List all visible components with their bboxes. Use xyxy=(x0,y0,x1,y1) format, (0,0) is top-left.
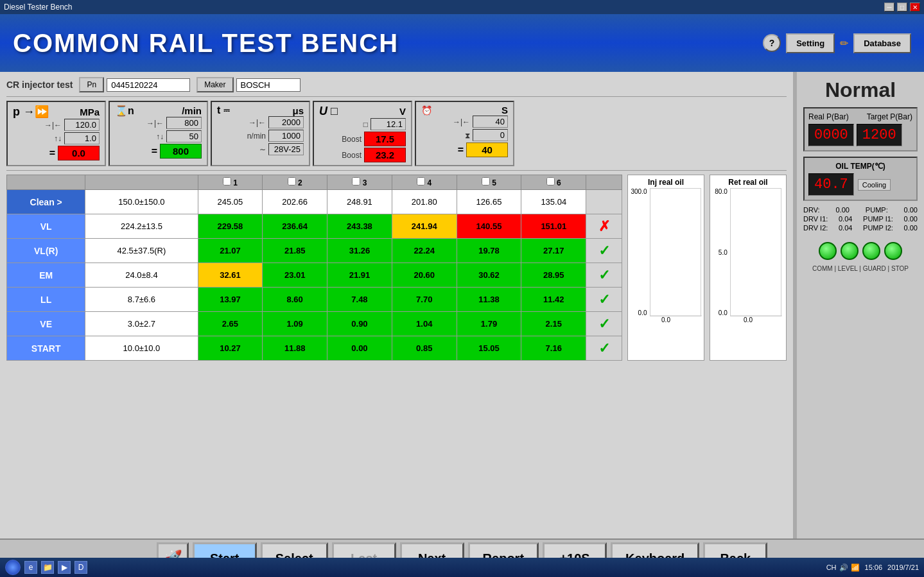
left-panel: CR injector test Pn Maker p →⏩ MPa →| xyxy=(0,72,793,538)
test-table: 1 2 3 4 5 6 Clean >150.0±150.0245.05202.… xyxy=(6,175,622,361)
p-step-val: 1.0 xyxy=(64,132,100,144)
maker-input[interactable] xyxy=(236,78,301,92)
table-row: VE3.0±2.72.651.090.901.041.792.15✓ xyxy=(7,312,622,336)
checkbox-2[interactable] xyxy=(288,177,296,185)
col-5: 5 xyxy=(457,175,521,190)
s-eq-icon: = xyxy=(458,144,464,156)
start-orb[interactable] xyxy=(5,560,21,575)
time-display: 15:06 xyxy=(865,564,883,571)
row-label-4[interactable]: LL xyxy=(7,288,85,312)
ie-icon[interactable]: e xyxy=(24,561,37,574)
drv-val: 0.00 xyxy=(836,206,850,214)
cell-3-2: 21.91 xyxy=(327,263,392,288)
main-area: CR injector test Pn Maker p →⏩ MPa →| xyxy=(0,72,924,538)
title-bar: Diesel Tester Bench ─ □ ✕ xyxy=(0,0,924,14)
check-good-icon: ✓ xyxy=(598,340,610,356)
table-section: 1 2 3 4 5 6 Clean >150.0±150.0245.05202.… xyxy=(6,175,622,361)
p-step-icon: ↑↓ xyxy=(54,134,62,143)
indicators xyxy=(819,242,902,260)
cell-4-1: 8.60 xyxy=(263,288,327,312)
checkbox-5[interactable] xyxy=(482,177,490,185)
u-boost2-icon: Boost xyxy=(342,151,362,160)
check-good-icon: ✓ xyxy=(598,316,610,332)
inj-min-label: 0.0 xyxy=(631,309,647,316)
cell-0-2: 248.91 xyxy=(327,190,392,214)
p-current-val: 0.0 xyxy=(58,146,100,160)
taskbar-left: e 📁 ▶ D xyxy=(5,560,87,575)
checkbox-1[interactable] xyxy=(223,177,231,185)
col-ref xyxy=(85,175,198,190)
pn-button[interactable]: Pn xyxy=(79,77,104,92)
row-label-1[interactable]: VL xyxy=(7,214,85,239)
inj-chart: Inj real oil 300.0 0.0 0.0 xyxy=(627,175,704,361)
s-hourglass-val: 0 xyxy=(473,129,508,141)
taskbar: e 📁 ▶ D CH 🔊 📶 15:06 2019/7/21 xyxy=(0,558,924,577)
right-panel: Normal Real P(Bar) Target P(Bar) 0000 12… xyxy=(796,72,924,538)
u-symbol: U □ xyxy=(319,105,338,118)
maximize-button[interactable]: □ xyxy=(897,3,907,12)
pn-input[interactable] xyxy=(107,78,190,92)
ch-label: CH xyxy=(826,564,837,571)
pump-label: PUMP: xyxy=(866,206,888,214)
check-good-icon: ✓ xyxy=(598,291,610,307)
level-label: LEVEL xyxy=(838,265,858,272)
p-unit: MPa xyxy=(80,107,100,117)
close-button[interactable]: ✕ xyxy=(910,3,920,12)
inj-max-label: 300.0 xyxy=(631,188,647,195)
cell-1-1: 236.64 xyxy=(263,214,327,239)
checkbox-4[interactable] xyxy=(417,177,425,185)
row-label-3[interactable]: EM xyxy=(7,263,85,288)
row-label-6[interactable]: START xyxy=(7,336,85,361)
row-label-5[interactable]: VE xyxy=(7,312,85,336)
cell-5-4: 1.79 xyxy=(457,312,521,336)
t-wave-icon: ∼ xyxy=(259,145,266,154)
p-arrow-val: 120.0 xyxy=(64,119,100,131)
check-bad-icon: ✗ xyxy=(598,218,610,234)
s-metric: ⏰ S →|← 40 ⧗ 0 = 40 xyxy=(415,101,514,166)
minimize-button[interactable]: ─ xyxy=(884,3,894,12)
s-arrow-icon: →|← xyxy=(453,117,470,126)
cell-3-1: 23.01 xyxy=(263,263,327,288)
media-icon[interactable]: ▶ xyxy=(58,561,71,574)
cell-6-3: 0.85 xyxy=(392,336,457,361)
cell-6-1: 11.88 xyxy=(263,336,327,361)
app-name: Diesel Tester Bench xyxy=(4,3,73,12)
status-labels: COMM | LEVEL | GUARD | STOP xyxy=(812,265,909,272)
pump-i2-val: 0.00 xyxy=(904,224,918,232)
help-button[interactable]: ? xyxy=(763,34,781,52)
col-3: 3 xyxy=(327,175,392,190)
cell-5-1: 1.09 xyxy=(263,312,327,336)
app-icon[interactable]: D xyxy=(74,561,87,574)
row-label-2[interactable]: VL(R) xyxy=(7,239,85,263)
checkbox-6[interactable] xyxy=(546,177,555,185)
s-hourglass-icon: ⧗ xyxy=(465,131,470,140)
p-eq-icon: = xyxy=(49,148,55,159)
info-bar: CR injector test Pn Maker xyxy=(6,77,787,97)
cell-0-4: 126.65 xyxy=(457,190,521,214)
maker-field: Maker xyxy=(196,77,300,92)
cell-1-3: 241.94 xyxy=(392,214,457,239)
database-button[interactable]: Database xyxy=(853,33,911,53)
cell-4-3: 7.70 xyxy=(392,288,457,312)
cell-6-2: 0.00 xyxy=(327,336,392,361)
cell-0-3: 201.80 xyxy=(392,190,457,214)
p-arrow-icon: →|← xyxy=(44,121,62,130)
t-arrow-val: 2000 xyxy=(268,116,304,128)
stop-indicator xyxy=(884,242,902,260)
col-1: 1 xyxy=(198,175,263,190)
setting-button[interactable]: Setting xyxy=(786,33,835,53)
pump-i1-label: PUMP I1: xyxy=(863,215,893,223)
checkbox-3[interactable] xyxy=(352,177,360,185)
cell-2-1: 21.85 xyxy=(263,239,327,263)
n-current-val: 800 xyxy=(160,144,202,159)
cell-4-0: 13.97 xyxy=(198,288,263,312)
col-status xyxy=(586,175,622,190)
maker-button[interactable]: Maker xyxy=(196,77,233,92)
pn-field: Pn xyxy=(79,77,190,92)
drv-section: DRV: 0.00 PUMP: 0.00 DRV I1: 0.04 PUMP I… xyxy=(803,206,918,233)
row-label-0[interactable]: Clean > xyxy=(7,190,85,214)
status-label: Normal xyxy=(825,78,896,102)
folder-icon[interactable]: 📁 xyxy=(41,561,54,574)
check-good-icon: ✓ xyxy=(598,243,610,259)
check-good-icon: ✓ xyxy=(598,267,610,283)
